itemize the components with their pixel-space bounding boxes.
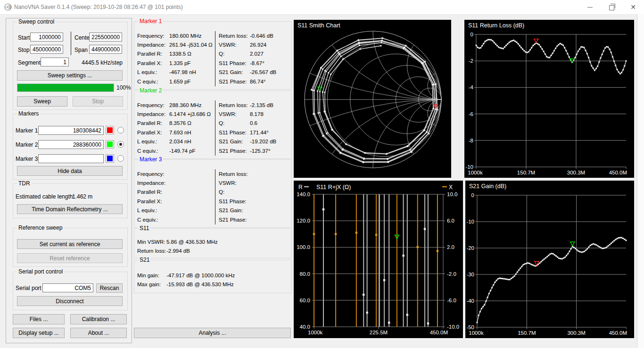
rescan-button[interactable]: Rescan <box>96 283 123 293</box>
serial-port-label: Serial port <box>16 285 41 291</box>
s11-return-loss-chart[interactable]: 0-2-4-6-8-101000k150.7M300.3M450.0MS11 R… <box>464 20 634 178</box>
disconnect-button[interactable]: Disconnect <box>17 296 123 306</box>
svg-text:S11 R+jX (Ω): S11 R+jX (Ω) <box>316 184 351 191</box>
field-label: Return loss: <box>219 102 250 108</box>
marker3-input[interactable] <box>38 154 104 163</box>
display-setup-button[interactable]: Display setup ... <box>13 328 65 338</box>
marker2-radio[interactable] <box>117 141 124 148</box>
marker3-color-swatch[interactable] <box>106 154 114 163</box>
svg-text:225.5M: 225.5M <box>370 330 388 335</box>
right-edge-strip <box>637 14 644 348</box>
s11-smith-chart[interactable]: S11 Smith Chart <box>294 20 451 178</box>
svg-text:300.3M: 300.3M <box>567 170 585 175</box>
marker1-right-column: Return loss:-0.646 dB VSWR:26.924 Q:2.02… <box>219 31 276 86</box>
divider <box>215 169 215 224</box>
marker1-panel-title: Marker 1 <box>138 18 163 25</box>
field-value: -0.646 dB <box>250 33 273 39</box>
s21-gain-canvas: 0-10-20-30-40-501000k150.7M300.3M450.0MS… <box>465 181 634 338</box>
marker3-data-panel: Marker 3 Frequency: Impedance: Parallel … <box>134 159 292 228</box>
field-label: S11 Phase: <box>219 130 250 135</box>
svg-text:80.0: 80.0 <box>300 271 310 277</box>
analysis-button[interactable]: Analysis ... <box>134 328 291 338</box>
field-label: VSWR: <box>219 42 250 48</box>
restore-button[interactable] <box>601 0 622 14</box>
field-value: 2.027 <box>250 51 264 57</box>
svg-text:S21 Gain (dB): S21 Gain (dB) <box>469 183 506 190</box>
field-label: Return loss: <box>137 248 166 254</box>
field-value: 7.693 nH <box>169 130 191 135</box>
sweep-control-group: Sweep control Start Stop Center Span Seg… <box>13 22 128 110</box>
svg-text:140.0: 140.0 <box>297 191 310 197</box>
svg-text:-6: -6 <box>469 111 473 117</box>
svg-text:150.7M: 150.7M <box>517 170 535 175</box>
s11-rjx-chart[interactable]: 140.010.0120.06.0100.02.080.0-2.060.0-6.… <box>294 181 463 338</box>
svg-text:450.0M: 450.0M <box>609 330 627 336</box>
field-label: S11 Phase: <box>219 60 250 66</box>
segments-input[interactable] <box>41 58 69 66</box>
reset-reference-button[interactable]: Reset reference <box>17 253 123 263</box>
sweep-button[interactable]: Sweep <box>17 96 67 107</box>
field-label: L equiv.: <box>137 207 169 213</box>
serial-port-input[interactable] <box>42 283 93 292</box>
s11-info-title: S11 <box>138 225 150 232</box>
marker1-radio[interactable] <box>117 127 124 133</box>
field-value: 171.44° <box>250 130 269 135</box>
field-label: S21 Gain: <box>219 69 250 75</box>
field-label: Min gain: <box>137 273 166 278</box>
files-button[interactable]: Files ... <box>13 314 65 324</box>
tdr-button[interactable]: Time Domain Reflectometry ... <box>17 204 123 214</box>
svg-text:2.0: 2.0 <box>447 244 454 250</box>
field-label: Parallel R: <box>137 51 169 57</box>
set-reference-button[interactable]: Set current as reference <box>17 239 123 249</box>
minimize-icon <box>587 7 593 8</box>
svg-text:-2: -2 <box>469 58 473 64</box>
close-button[interactable]: ✕ <box>622 0 644 14</box>
divider <box>215 31 215 86</box>
field-label: C equiv.: <box>137 79 169 84</box>
field-label: Return loss: <box>219 171 250 177</box>
field-label: Impedance: <box>137 42 169 48</box>
field-value: -149.74 pF <box>169 148 196 154</box>
group-title: Markers <box>17 110 40 117</box>
field-label: Impedance: <box>137 111 169 117</box>
svg-text:-10: -10 <box>466 219 474 224</box>
center-input[interactable] <box>89 33 122 41</box>
stop-button[interactable]: Stop <box>73 96 123 107</box>
stop-input[interactable] <box>30 45 63 54</box>
marker2-data-panel: Marker 2 Frequency:288.360 MHz Impedance… <box>134 91 292 159</box>
field-value: -2.994 dB <box>166 248 190 254</box>
about-button[interactable]: About ... <box>70 328 127 338</box>
field-value: -26.567 dB <box>250 69 276 75</box>
marker2-color-swatch[interactable] <box>106 140 114 149</box>
hide-data-button[interactable]: Hide data <box>17 166 123 176</box>
marker3-radio[interactable] <box>117 155 124 162</box>
field-label: Q: <box>219 189 250 195</box>
marker2-input[interactable] <box>38 140 104 149</box>
field-value: 180.600 MHz <box>169 33 201 39</box>
calibration-button[interactable]: Calibration ... <box>70 314 127 324</box>
marker3-left-column: Frequency: Impedance: Parallel R: Parall… <box>137 169 169 224</box>
marker1-color-swatch[interactable] <box>106 126 114 134</box>
field-label: Q: <box>219 120 250 126</box>
s21-gain-chart[interactable]: 0-10-20-30-40-501000k150.7M300.3M450.0MS… <box>465 181 634 338</box>
marker2-left-column: Frequency:288.360 MHz Impedance:6.1474 +… <box>137 100 211 155</box>
left-control-panel: Sweep control Start Stop Center Span Seg… <box>6 18 132 343</box>
field-value: 1.659 pF <box>169 79 190 84</box>
sweep-settings-button[interactable]: Sweep settings ... <box>17 70 123 81</box>
smith-chart-canvas: S11 Smith Chart <box>294 20 451 178</box>
svg-text:-6.0: -6.0 <box>447 298 456 303</box>
field-label: S21 Gain: <box>219 207 250 213</box>
segments-label: Segments <box>18 59 43 66</box>
minimize-button[interactable] <box>579 0 601 14</box>
marker1-input[interactable] <box>38 126 104 135</box>
marker3-right-column: Return loss: VSWR: Q: S11 Phase: S21 Gai… <box>219 169 250 224</box>
span-input[interactable] <box>89 45 122 54</box>
field-value: -15.993 dB @ 436.530 MHz <box>166 282 234 287</box>
marker1-data-panel: Marker 1 Frequency:180.600 MHz Impedance… <box>134 21 292 90</box>
stop-label: Stop <box>18 47 30 53</box>
serial-port-group: Serial port control Serial port Rescan D… <box>13 272 128 310</box>
start-input[interactable] <box>30 33 63 41</box>
swatch-color <box>107 141 113 147</box>
field-label: S21 Gain: <box>219 139 250 144</box>
marker2-panel-title: Marker 2 <box>138 87 163 94</box>
